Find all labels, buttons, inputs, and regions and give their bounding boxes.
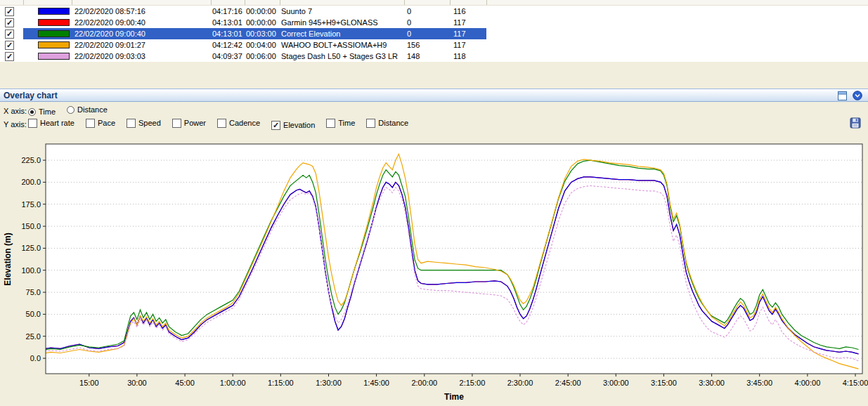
y-axis-option-heart-rate[interactable]: Heart rate [28, 119, 75, 128]
row-device-name: WAHOO BOLT+ASSIOMA+H9 [280, 41, 404, 49]
row-visible-checkbox[interactable]: ✓ [5, 30, 14, 39]
row-device-name: Garmin 945+H9+GLONASS [280, 18, 404, 27]
checkbox-icon[interactable] [172, 119, 181, 128]
table-row[interactable]: ✓22/02/2020 09:01:2704:12:4200:04:00WAHO… [0, 39, 486, 51]
row-device-name: Correct Elevation [280, 30, 404, 38]
x-axis-option-distance[interactable]: Distance [67, 105, 108, 114]
row-visible-checkbox[interactable]: ✓ [5, 18, 14, 27]
panel-splitter[interactable] [0, 62, 868, 89]
x-axis-label: X axis: [0, 107, 28, 115]
y-axis-row: Y axis: Heart ratePaceSpeedPowerCadence✓… [0, 117, 868, 131]
svg-text:3:45:00: 3:45:00 [746, 379, 772, 387]
svg-text:3:15:00: 3:15:00 [651, 379, 677, 387]
option-label: Distance [77, 105, 108, 114]
row-value-1: 0 [404, 7, 450, 15]
option-label: Cadence [229, 119, 260, 127]
row-visible-cell: ✓ [0, 39, 23, 51]
row-visible-checkbox[interactable]: ✓ [5, 7, 14, 16]
svg-text:1:30:00: 1:30:00 [316, 379, 342, 387]
track-table: ✓22/02/2020 08:57:1604:17:1600:00:00Suun… [0, 0, 868, 62]
svg-text:Time: Time [444, 392, 464, 402]
collapse-panel-icon[interactable] [853, 91, 862, 100]
option-label: Power [184, 119, 206, 127]
row-value-2: 117 [450, 30, 486, 38]
row-start-datetime: 22/02/2020 09:01:27 [72, 41, 211, 49]
elevation-chart[interactable]: 0.025.050.075.0100.0125.0150.0175.0200.0… [0, 133, 868, 406]
checkbox-icon[interactable] [127, 119, 136, 128]
row-color-cell [23, 30, 72, 37]
row-duration: 04:09:37 [211, 52, 243, 60]
checkbox-icon[interactable] [86, 119, 95, 128]
save-chart-icon[interactable] [850, 117, 861, 130]
row-value-1: 0 [404, 30, 450, 38]
row-color-swatch [38, 41, 70, 48]
y-axis-option-power[interactable]: Power [172, 119, 206, 128]
row-visible-checkbox[interactable]: ✓ [5, 41, 14, 50]
table-row[interactable]: ✓22/02/2020 09:00:4004:13:0100:00:00Garm… [0, 17, 486, 28]
column-separator [280, 0, 280, 5]
row-offset: 00:04:00 [243, 41, 280, 49]
y-axis-option-speed[interactable]: Speed [127, 119, 161, 128]
checkbox-icon[interactable] [217, 119, 226, 128]
table-row[interactable]: ✓22/02/2020 08:57:1604:17:1600:00:00Suun… [0, 6, 486, 17]
y-axis-options: Heart ratePaceSpeedPowerCadence✓Elevatio… [28, 119, 420, 130]
x-axis-option-time[interactable]: Time [28, 107, 56, 116]
option-label: Pace [98, 119, 115, 127]
svg-text:4:00:00: 4:00:00 [795, 379, 821, 387]
overlay-chart-header[interactable]: Overlay chart [0, 89, 868, 102]
svg-text:0.0: 0.0 [30, 354, 41, 362]
option-label: Time [338, 119, 355, 127]
checkbox-icon[interactable]: ✓ [271, 121, 280, 130]
row-offset: 00:00:00 [243, 18, 280, 27]
row-content: 22/02/2020 09:01:2704:12:4200:04:00WAHOO… [23, 39, 486, 51]
app-window: ✓22/02/2020 08:57:1604:17:1600:00:00Suun… [0, 0, 868, 406]
row-value-1: 148 [404, 52, 450, 60]
svg-text:Elevation (m): Elevation (m) [3, 233, 13, 285]
y-axis-option-elevation[interactable]: ✓Elevation [271, 121, 315, 130]
row-duration: 04:13:01 [211, 18, 243, 27]
row-duration: 04:12:42 [211, 41, 243, 49]
y-axis-option-cadence[interactable]: Cadence [217, 119, 260, 128]
svg-text:200.0: 200.0 [21, 178, 41, 186]
y-axis-option-distance[interactable]: Distance [366, 119, 408, 128]
svg-text:3:30:00: 3:30:00 [699, 379, 725, 387]
row-start-datetime: 22/02/2020 08:57:16 [72, 7, 211, 15]
svg-text:25.0: 25.0 [26, 332, 41, 341]
checkbox-icon[interactable] [366, 119, 375, 128]
y-axis-option-time[interactable]: Time [326, 119, 355, 128]
option-label: Elevation [283, 121, 315, 129]
row-visible-checkbox[interactable]: ✓ [5, 52, 14, 61]
column-separator [211, 0, 212, 5]
axis-controls: X axis: TimeDistance Y axis: Heart rateP… [0, 102, 868, 133]
row-offset: 00:00:00 [243, 7, 280, 15]
table-row[interactable]: ✓22/02/2020 09:00:4004:13:0100:03:00Corr… [0, 28, 486, 39]
svg-text:150.0: 150.0 [21, 222, 41, 230]
row-content: 22/02/2020 09:00:4004:13:0100:03:00Corre… [23, 28, 486, 39]
restore-panel-icon[interactable] [838, 91, 847, 100]
table-row[interactable]: ✓22/02/2020 09:03:0304:09:3700:06:00Stag… [0, 51, 486, 62]
row-offset: 00:06:00 [243, 52, 280, 60]
row-value-1: 0 [404, 18, 450, 27]
y-axis-label: Y axis: [0, 120, 28, 129]
row-duration: 04:17:16 [211, 7, 243, 15]
radio-icon[interactable] [28, 108, 36, 116]
row-value-2: 116 [450, 7, 486, 15]
panel-title: Overlay chart [0, 91, 58, 100]
row-start-datetime: 22/02/2020 09:03:03 [72, 52, 211, 60]
svg-text:15:00: 15:00 [79, 379, 99, 387]
row-start-datetime: 22/02/2020 09:00:40 [72, 18, 211, 27]
checkbox-icon[interactable] [28, 119, 37, 128]
radio-icon[interactable] [67, 106, 75, 114]
row-value-2: 117 [450, 41, 486, 49]
row-start-datetime: 22/02/2020 09:00:40 [72, 30, 211, 38]
svg-text:2:30:00: 2:30:00 [507, 379, 533, 387]
svg-text:1:15:00: 1:15:00 [268, 379, 294, 387]
column-separator [404, 0, 405, 5]
row-visible-cell: ✓ [0, 51, 23, 62]
svg-text:4:15:00: 4:15:00 [843, 379, 868, 387]
checkbox-icon[interactable] [326, 119, 335, 128]
row-offset: 00:03:00 [243, 30, 280, 38]
row-visible-cell: ✓ [0, 6, 23, 17]
y-axis-option-pace[interactable]: Pace [86, 119, 115, 128]
svg-text:1:00:00: 1:00:00 [220, 379, 246, 387]
